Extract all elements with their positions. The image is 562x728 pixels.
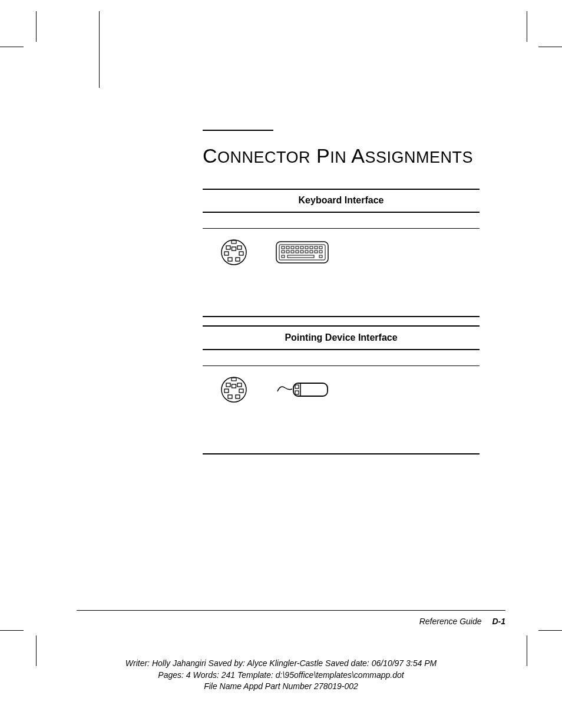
svg-rect-24: [300, 251, 303, 253]
svg-rect-8: [236, 258, 240, 261]
crop-mark: [538, 630, 562, 631]
svg-rect-27: [315, 251, 318, 253]
svg-rect-35: [232, 384, 236, 388]
svg-rect-17: [310, 246, 313, 249]
keyboard-icon: [276, 241, 329, 263]
page-title: CONNECTOR PIN ASSIGNMENTS: [203, 144, 505, 167]
crop-mark: [527, 11, 527, 42]
svg-rect-40: [236, 395, 240, 398]
svg-rect-30: [287, 255, 314, 258]
svg-rect-13: [291, 246, 294, 249]
svg-rect-7: [228, 258, 232, 261]
mouse-icon: [276, 380, 330, 400]
svg-rect-26: [310, 251, 313, 253]
svg-rect-25: [305, 251, 308, 253]
document-metadata: Writer: Holly Jahangiri Saved by: Alyce …: [0, 658, 562, 693]
ps2-connector-icon: [220, 239, 247, 265]
crop-mark: [0, 47, 24, 47]
svg-rect-4: [237, 246, 242, 249]
svg-rect-20: [282, 251, 285, 253]
footer-page: D-1: [492, 617, 505, 626]
svg-rect-11: [282, 246, 285, 249]
svg-rect-16: [305, 246, 308, 249]
svg-rect-34: [226, 383, 230, 387]
section-rule: [203, 325, 480, 327]
svg-rect-6: [239, 252, 243, 255]
svg-rect-15: [300, 246, 303, 249]
svg-rect-29: [282, 255, 285, 258]
section-heading: Keyboard Interface: [203, 195, 480, 206]
svg-rect-43: [295, 385, 299, 388]
svg-rect-33: [232, 378, 236, 381]
svg-rect-21: [286, 251, 289, 253]
svg-rect-22: [291, 251, 294, 253]
meta-line: Writer: Holly Jahangiri Saved by: Alyce …: [0, 658, 562, 670]
svg-rect-18: [315, 246, 318, 249]
crop-mark: [36, 11, 37, 42]
section-heading: Pointing Device Interface: [203, 332, 480, 343]
footer: Reference Guide D-1: [77, 610, 505, 626]
svg-rect-31: [319, 255, 322, 258]
crop-mark: [0, 630, 24, 631]
svg-rect-44: [295, 391, 299, 394]
footer-guide: Reference Guide: [419, 617, 482, 626]
svg-rect-19: [319, 246, 322, 249]
svg-rect-2: [226, 246, 230, 249]
svg-rect-12: [286, 246, 289, 249]
svg-rect-28: [319, 251, 322, 253]
svg-rect-37: [224, 389, 229, 393]
crop-mark: [538, 47, 562, 47]
svg-rect-5: [224, 252, 229, 255]
svg-rect-3: [232, 247, 236, 251]
svg-rect-38: [239, 389, 243, 393]
svg-rect-14: [296, 246, 299, 249]
meta-line: Pages: 4 Words: 241 Template: d:\95offic…: [0, 670, 562, 681]
svg-rect-39: [228, 395, 232, 398]
svg-rect-36: [237, 383, 242, 387]
svg-rect-23: [296, 251, 299, 253]
ps2-connector-icon: [220, 377, 247, 403]
meta-line: File Name Appd Part Number 278019-002: [0, 681, 562, 693]
svg-rect-1: [232, 241, 236, 243]
section-pointing-device: Pointing Device Interface: [203, 332, 480, 454]
section-keyboard: Keyboard Interface: [203, 189, 480, 317]
